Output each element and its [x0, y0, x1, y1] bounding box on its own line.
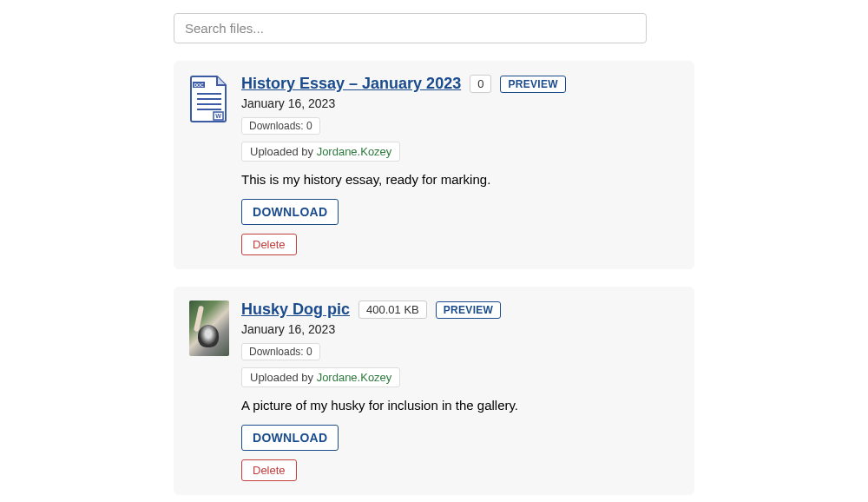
svg-text:W: W — [215, 113, 221, 119]
file-card: Husky Dog pic 400.01 KB PREVIEW January … — [174, 287, 694, 495]
search-input[interactable] — [174, 13, 647, 43]
image-thumbnail-icon — [189, 301, 229, 356]
delete-button[interactable]: Delete — [241, 234, 297, 255]
downloads-badge: Downloads: 0 — [241, 343, 320, 360]
file-description: A picture of my husky for inclusion in t… — [241, 398, 679, 413]
uploaded-by-badge: Uploaded by Jordane.Kozey — [241, 367, 400, 387]
file-size-badge: 0 — [470, 75, 491, 93]
file-date: January 16, 2023 — [241, 322, 679, 336]
title-row: History Essay – January 2023 0 PREVIEW — [241, 75, 679, 93]
doc-file-icon: DOC W — [189, 75, 229, 255]
title-row: Husky Dog pic 400.01 KB PREVIEW — [241, 301, 679, 319]
file-card: DOC W History Essay – January 2023 0 PRE… — [174, 61, 694, 269]
download-button[interactable]: DOWNLOAD — [241, 425, 339, 451]
file-size-badge: 400.01 KB — [358, 301, 427, 319]
file-date: January 16, 2023 — [241, 96, 679, 110]
preview-button[interactable]: PREVIEW — [436, 301, 501, 319]
file-body: Husky Dog pic 400.01 KB PREVIEW January … — [241, 301, 679, 481]
svg-text:DOC: DOC — [194, 83, 204, 88]
download-button[interactable]: DOWNLOAD — [241, 199, 339, 225]
uploader-link[interactable]: Jordane.Kozey — [317, 145, 392, 158]
file-body: History Essay – January 2023 0 PREVIEW J… — [241, 75, 679, 255]
downloads-badge: Downloads: 0 — [241, 117, 320, 135]
preview-button[interactable]: PREVIEW — [500, 76, 565, 93]
file-title-link[interactable]: History Essay – January 2023 — [241, 75, 461, 93]
file-title-link[interactable]: Husky Dog pic — [241, 301, 350, 319]
file-description: This is my history essay, ready for mark… — [241, 172, 679, 187]
uploader-link[interactable]: Jordane.Kozey — [317, 371, 392, 384]
delete-button[interactable]: Delete — [241, 459, 297, 481]
uploaded-by-badge: Uploaded by Jordane.Kozey — [241, 142, 400, 162]
